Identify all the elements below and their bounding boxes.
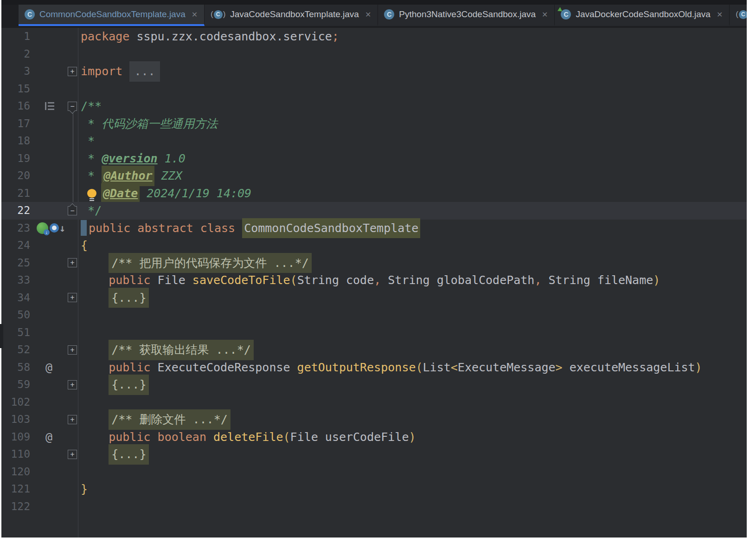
ide-window: CCommonCodeSandboxTemplate.java✕(C)JavaC… [1,0,747,538]
fold-marker-icon[interactable]: + [68,293,77,302]
implemented-gutter-icon[interactable]: ↓ [50,220,65,237]
gutter[interactable]: 22− [1,202,78,220]
code-text[interactable]: @Date 2024/1/19 14:09 [78,185,747,202]
gutter[interactable]: 23↓ [1,220,78,237]
gutter[interactable]: 17 [1,115,78,133]
editor-tab[interactable]: (C)JavaCodeSandboxTemplate.java✕ [205,5,378,26]
gutter[interactable]: 52+ [1,341,78,359]
subclass-gutter-icon[interactable] [37,222,48,234]
line-number: 58 [1,359,30,376]
gutter[interactable]: 34+ [1,289,78,307]
structure-icon[interactable] [45,102,54,110]
gutter[interactable]: 121 [1,480,78,498]
code-text[interactable] [78,463,747,481]
code-token: ( [416,359,423,376]
code-text[interactable]: * @Author ZZX [78,167,747,185]
gutter[interactable]: 16− [1,97,78,115]
close-icon[interactable]: ✕ [192,10,198,19]
code-text[interactable]: { [78,237,747,254]
fold-marker-icon[interactable]: − [68,102,77,111]
code-text[interactable]: {...} [78,446,747,463]
code-token [81,289,109,307]
code-text[interactable]: * 代码沙箱一些通用方法 [78,115,747,133]
code-token: ZZX [154,167,182,185]
line-number: 15 [1,80,30,98]
code-token [81,272,109,289]
editor-tab[interactable]: (C)Py [730,5,747,26]
code-text[interactable]: {...} [78,376,747,394]
editor-tab[interactable]: CCommonCodeSandboxTemplate.java✕ [19,5,205,26]
code-text[interactable] [78,45,747,63]
close-icon[interactable]: ✕ [365,10,371,19]
caret-block [81,220,87,236]
gutter[interactable]: 110+ [1,446,78,463]
window-top-strip [1,0,747,5]
code-token: saveCodeToFile [192,272,290,289]
line-number: 21 [1,185,30,202]
code-text[interactable] [78,80,747,98]
gutter[interactable]: 58@ [1,359,78,376]
code-text[interactable] [78,498,747,516]
gutter[interactable]: 2 [1,45,78,63]
code-text[interactable] [78,324,747,342]
gutter[interactable]: 122 [1,498,78,516]
code-token: ; [332,28,339,45]
close-icon[interactable]: ✕ [542,10,548,19]
gutter[interactable]: 24 [1,237,78,254]
code-line: 121} [1,480,747,498]
line-number: 23 [1,220,30,237]
code-token: ) [695,359,702,376]
gutter[interactable]: 25+ [1,254,78,272]
gutter[interactable]: 103+ [1,411,78,428]
code-text[interactable]: import ... [78,63,747,80]
code-text[interactable]: {...} [78,289,747,307]
gutter[interactable]: 20 [1,167,78,185]
editor-tab[interactable]: CJavaDockerCodeSandboxOld.java✕ [555,5,730,26]
annotation-indicator: @ [45,428,65,446]
fold-marker-icon[interactable]: − [68,206,77,215]
fold-column: + [67,450,78,459]
code-line: 21@Date 2024/1/19 14:09 [1,185,747,202]
code-text[interactable]: */ [78,202,747,220]
fold-marker-icon[interactable]: + [68,450,77,459]
code-text[interactable]: /** 获取输出结果 ...*/ [78,341,747,359]
gutter[interactable]: 59+ [1,376,78,394]
gutter[interactable]: 1 [1,28,78,45]
line-number: 110 [1,446,30,463]
fold-marker-icon[interactable]: + [68,258,77,267]
fold-marker-icon[interactable]: + [68,345,77,355]
code-text[interactable]: public File saveCodeToFile(String code, … [78,272,747,289]
fold-marker-icon[interactable]: + [68,415,77,424]
editor[interactable]: 1package sspu.zzx.codesandbox.service;23… [1,28,747,538]
code-text[interactable]: public abstract class CommonCodeSandboxT… [78,220,747,237]
gutter[interactable]: 3+ [1,63,78,80]
gutter[interactable]: 33 [1,272,78,289]
code-text[interactable]: * [78,132,747,150]
gutter[interactable]: 19 [1,150,78,168]
code-text[interactable] [78,306,747,324]
gutter[interactable]: 50 [1,306,78,324]
code-text[interactable]: } [78,480,747,498]
code-text[interactable]: package sspu.zzx.codesandbox.service; [78,28,747,45]
fold-marker-icon[interactable]: + [68,380,77,389]
code-text[interactable]: /** 把用户的代码保存为文件 ...*/ [78,254,747,272]
gutter[interactable]: 120 [1,463,78,481]
code-text[interactable]: * @version 1.0 [78,150,747,168]
fold-marker-icon[interactable]: + [68,67,77,76]
editor-tab[interactable]: CPython3Native3CodeSandbox.java✕ [378,5,555,26]
code-text[interactable]: /** 删除文件 ...*/ [78,411,747,428]
code-text[interactable]: /** [78,97,747,115]
intention-bulb-icon[interactable] [87,189,96,198]
gutter[interactable]: 21 [1,185,78,202]
code-text[interactable]: public boolean deleteFile(File userCodeF… [78,428,747,446]
gutter[interactable]: 18 [1,132,78,150]
close-icon[interactable]: ✕ [717,10,723,19]
gutter[interactable]: 102 [1,394,78,411]
gutter[interactable]: 109@ [1,428,78,446]
code-line: 1package sspu.zzx.codesandbox.service; [1,28,747,45]
code-line: 59+ {...} [1,376,747,394]
gutter[interactable]: 15 [1,80,78,98]
code-text[interactable]: public ExecuteCodeResponse getOutputResp… [78,359,747,376]
gutter[interactable]: 51 [1,324,78,342]
code-text[interactable] [78,394,747,411]
